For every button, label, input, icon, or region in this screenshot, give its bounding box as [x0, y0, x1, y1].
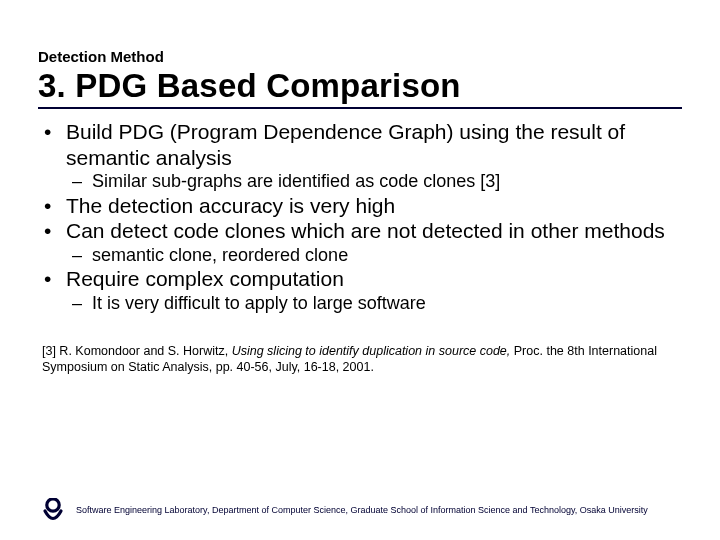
bullet-text: Require complex computation [66, 267, 344, 290]
sub-list: semantic clone, reordered clone [66, 244, 682, 267]
kicker-text: Detection Method [38, 48, 682, 65]
bullet-item: Build PDG (Program Dependence Graph) usi… [66, 119, 682, 193]
bullet-text: Build PDG (Program Dependence Graph) usi… [66, 120, 625, 169]
bullet-item: Require complex computation It is very d… [66, 266, 682, 314]
footer: Software Engineering Laboratory, Departm… [40, 498, 700, 522]
bullet-item: Can detect code clones which are not det… [66, 218, 682, 266]
sub-bullet-item: It is very difficult to apply to large s… [92, 292, 682, 315]
bullet-text: Can detect code clones which are not det… [66, 219, 665, 242]
svg-point-0 [47, 499, 59, 511]
sub-bullet-item: semantic clone, reordered clone [92, 244, 682, 267]
citation-prefix: [3] R. Komondoor and S. Horwitz, [42, 344, 232, 358]
sub-bullet-item: Similar sub-graphs are identified as cod… [92, 170, 682, 193]
bullet-list: Build PDG (Program Dependence Graph) usi… [38, 119, 682, 315]
bullet-item: The detection accuracy is very high [66, 193, 682, 219]
citation: [3] R. Komondoor and S. Horwitz, Using s… [38, 343, 682, 377]
citation-italic: Using slicing to identify duplication in… [232, 344, 514, 358]
slide-title: 3. PDG Based Comparison [38, 67, 682, 105]
lab-logo-icon [40, 498, 66, 522]
footer-text: Software Engineering Laboratory, Departm… [76, 505, 648, 515]
sub-list: Similar sub-graphs are identified as cod… [66, 170, 682, 193]
sub-list: It is very difficult to apply to large s… [66, 292, 682, 315]
title-wrap: 3. PDG Based Comparison [38, 67, 682, 109]
slide: Detection Method 3. PDG Based Comparison… [0, 0, 720, 540]
